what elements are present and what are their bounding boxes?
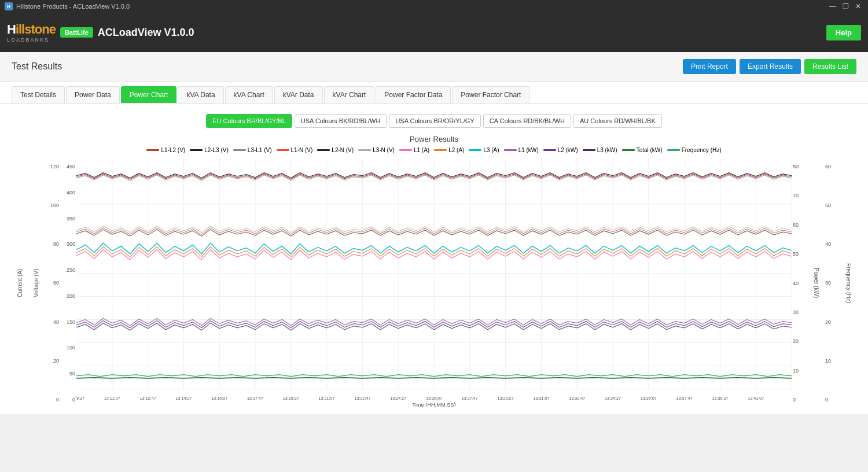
- tabs-bar: Test DetailsPower DataPower ChartkVA Dat…: [0, 82, 868, 104]
- app-title: ACLoadView V1.0.0: [98, 27, 194, 39]
- title-bar-buttons[interactable]: — ❐ ✕: [827, 2, 863, 10]
- action-buttons: Print Report Export Results Results List: [683, 59, 856, 74]
- svg-text:13:22:47: 13:22:47: [354, 396, 370, 401]
- legend-item: L2-L3 (V): [190, 147, 229, 153]
- y-axis-power-ticks: 80706050403020100: [792, 158, 808, 408]
- legend-item: L3-L1 (V): [233, 147, 272, 153]
- svg-text:13:26:07: 13:26:07: [426, 396, 442, 401]
- help-button[interactable]: Help: [826, 25, 861, 40]
- hillstone-brand: Hillstone: [7, 22, 56, 37]
- chart-area: EU Colours BR/BL/GY/BLUSA Colours BK/RD/…: [0, 104, 868, 414]
- legend-item: L2 (kW): [543, 147, 578, 153]
- svg-text:13:11:07: 13:11:07: [104, 396, 120, 401]
- brand-h: H: [7, 22, 16, 36]
- legend-item: Frequency (Hz): [667, 147, 722, 153]
- restore-button[interactable]: ❐: [840, 2, 851, 10]
- main-chart-svg: 13:09:27 13:11:07 13:12:47 13:14:27 13:1…: [76, 158, 792, 407]
- svg-text:13:34:27: 13:34:27: [605, 396, 621, 401]
- chart-legend: L1-L2 (V)L2-L3 (V)L3-L1 (V)L1-N (V)L2-N …: [12, 147, 856, 153]
- chart-wrapper: Current (A) Voltage (V) 120100806040200 …: [12, 158, 856, 408]
- svg-text:Time (HH:MM:SS): Time (HH:MM:SS): [412, 402, 455, 407]
- y-axis-power-label: Power (kW): [813, 158, 819, 408]
- legend-item: L1 (A): [399, 147, 429, 153]
- color-scheme-usa1[interactable]: USA Colours BK/RD/BL/WH: [295, 114, 387, 128]
- results-list-button[interactable]: Results List: [804, 59, 856, 74]
- svg-text:13:31:07: 13:31:07: [533, 396, 549, 401]
- brand-rest: illstone: [16, 22, 56, 36]
- hillstone-logo: Hillstone LOADBANKS: [7, 22, 56, 43]
- svg-text:13:19:27: 13:19:27: [283, 396, 299, 401]
- tab-power-chart[interactable]: Power Chart: [121, 86, 177, 103]
- svg-text:13:37:47: 13:37:47: [676, 396, 693, 401]
- svg-text:13:14:27: 13:14:27: [175, 396, 192, 401]
- legend-item: Total (kW): [622, 147, 663, 153]
- chart-inner: 13:09:27 13:11:07 13:12:47 13:14:27 13:1…: [76, 158, 792, 408]
- legend-item: L1-N (V): [277, 147, 313, 153]
- svg-text:13:32:47: 13:32:47: [569, 396, 585, 401]
- y-axis-voltage-ticks: 120100806040200: [44, 158, 60, 408]
- test-results-title: Test Results: [12, 61, 62, 72]
- svg-text:13:17:47: 13:17:47: [247, 396, 263, 401]
- y-axis-voltage-label: Voltage (V): [33, 158, 39, 408]
- svg-text:13:27:47: 13:27:47: [462, 396, 478, 401]
- legend-item: L2-N (V): [317, 147, 354, 153]
- color-scheme-ca[interactable]: CA Colours RD/BK/BL/WH: [483, 114, 571, 128]
- tab-test-details[interactable]: Test Details: [12, 86, 65, 103]
- title-bar: H Hillstone Products - ACLoadView V1.0.0…: [0, 0, 868, 13]
- y-axis-freq-ticks: 6050403020100: [824, 158, 840, 408]
- y-axis-freq-label: Frequency (Hz): [845, 158, 852, 408]
- svg-text:13:21:07: 13:21:07: [319, 396, 335, 401]
- y-axis-voltage-ticks2: 450400350300250200150100500: [60, 158, 76, 408]
- window-title: Hillstone Products - ACLoadView V1.0.0: [16, 3, 130, 10]
- svg-text:13:39:27: 13:39:27: [712, 396, 728, 401]
- svg-text:13:16:07: 13:16:07: [211, 396, 227, 401]
- legend-item: L3-N (V): [358, 147, 395, 153]
- svg-text:13:24:27: 13:24:27: [390, 396, 406, 401]
- legend-item: L1-L2 (V): [146, 147, 185, 153]
- title-bar-left: H Hillstone Products - ACLoadView V1.0.0: [5, 2, 130, 10]
- app-icon: H: [5, 2, 13, 10]
- y-axis-current-label: Current (A): [17, 158, 23, 408]
- minimize-button[interactable]: —: [827, 2, 838, 10]
- tab-kva-chart[interactable]: kVA Chart: [225, 86, 273, 103]
- tab-power-data[interactable]: Power Data: [66, 86, 120, 103]
- header-left: Hillstone LOADBANKS BattLife ACLoadView …: [7, 22, 194, 43]
- close-button[interactable]: ✕: [853, 2, 863, 10]
- tab-pf-data[interactable]: Power Factor Data: [376, 86, 451, 103]
- brand-sub: LOADBANKS: [7, 37, 56, 43]
- export-results-button[interactable]: Export Results: [740, 59, 801, 74]
- test-results-bar: Test Results Print Report Export Results…: [0, 52, 868, 82]
- legend-item: L2 (A): [434, 147, 464, 153]
- svg-text:13:41:07: 13:41:07: [748, 396, 764, 401]
- legend-item: L3 (A): [469, 147, 499, 153]
- svg-text:13:09:27: 13:09:27: [76, 396, 84, 401]
- chart-title: Power Results: [12, 135, 856, 143]
- tab-kva-data[interactable]: kVA Data: [178, 86, 223, 103]
- svg-text:13:36:07: 13:36:07: [641, 396, 657, 401]
- tab-kvar-chart[interactable]: kVAr Chart: [324, 86, 375, 103]
- legend-item: L3 (kW): [583, 147, 617, 153]
- color-scheme-usa2[interactable]: USA Colours BR/OR/YL/GY: [389, 114, 480, 128]
- tab-kvar-data[interactable]: kVAr Data: [274, 86, 323, 103]
- color-scheme-bar: EU Colours BR/BL/GY/BLUSA Colours BK/RD/…: [12, 114, 856, 128]
- app-header: Hillstone LOADBANKS BattLife ACLoadView …: [0, 13, 868, 52]
- color-scheme-eu[interactable]: EU Colours BR/BL/GY/BL: [206, 114, 292, 128]
- tab-pf-chart[interactable]: Power Factor Chart: [452, 86, 529, 103]
- battlife-badge: BattLife: [60, 27, 93, 38]
- svg-text:13:29:27: 13:29:27: [498, 396, 514, 401]
- legend-item: L1 (kW): [504, 147, 539, 153]
- svg-text:13:12:47: 13:12:47: [140, 396, 156, 401]
- print-report-button[interactable]: Print Report: [683, 59, 736, 74]
- color-scheme-au[interactable]: AU Colours RD/WH/BL/BK: [573, 114, 662, 128]
